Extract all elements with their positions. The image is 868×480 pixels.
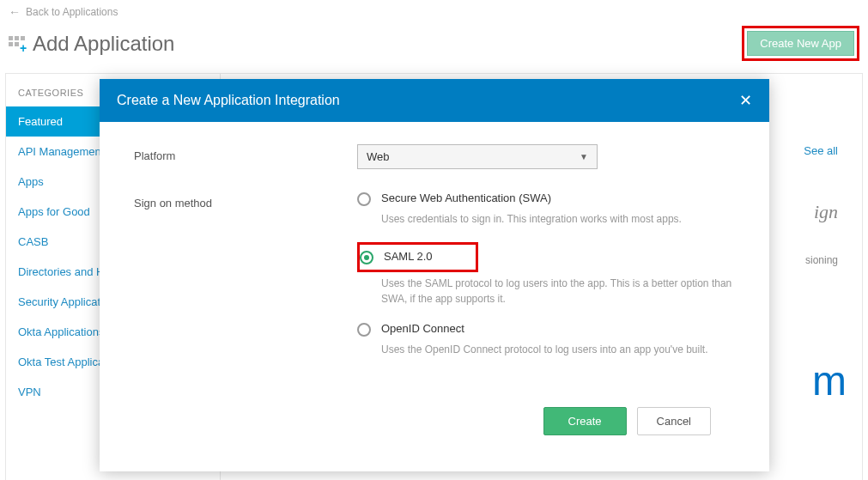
page-header: + Add Application Create New App bbox=[0, 19, 868, 73]
radio-block-swa: Secure Web Authentication (SWA) Uses cre… bbox=[357, 191, 735, 227]
modal-header: Create a New Application Integration ✕ bbox=[100, 79, 769, 122]
back-link-label: Back to Applications bbox=[26, 6, 118, 18]
obscured-feature-text: sioning bbox=[805, 254, 838, 266]
platform-select[interactable]: Web ▼ bbox=[357, 144, 598, 169]
platform-label: Platform bbox=[134, 144, 357, 169]
radio-icon bbox=[357, 192, 371, 206]
title-wrap: + Add Application bbox=[9, 32, 174, 56]
create-app-integration-modal: Create a New Application Integration ✕ P… bbox=[100, 79, 769, 471]
platform-value: Web bbox=[367, 150, 390, 163]
radio-desc-oidc: Uses the OpenID Connect protocol to log … bbox=[381, 342, 733, 357]
radio-desc-swa: Uses credentials to sign in. This integr… bbox=[381, 211, 733, 227]
obscured-app-logo: m bbox=[812, 357, 845, 404]
radio-icon-selected bbox=[360, 251, 373, 264]
page-title: Add Application bbox=[33, 32, 174, 56]
modal-title: Create a New Application Integration bbox=[117, 93, 340, 108]
radio-block-oidc: OpenID Connect Uses the OpenID Connect p… bbox=[357, 322, 735, 357]
close-icon[interactable]: ✕ bbox=[739, 91, 752, 110]
radio-block-saml: SAML 2.0 Uses the SAML protocol to log u… bbox=[357, 242, 735, 307]
apps-grid-plus-icon: + bbox=[9, 36, 26, 52]
platform-row: Platform Web ▼ bbox=[134, 144, 735, 169]
radio-label-swa: Secure Web Authentication (SWA) bbox=[381, 191, 551, 204]
radio-option-swa[interactable]: Secure Web Authentication (SWA) bbox=[357, 191, 735, 206]
see-all-link[interactable]: See all bbox=[804, 144, 838, 157]
radio-option-oidc[interactable]: OpenID Connect bbox=[357, 322, 735, 337]
signon-label: Sign on method bbox=[134, 191, 357, 373]
chevron-down-icon: ▼ bbox=[580, 152, 588, 161]
cancel-button[interactable]: Cancel bbox=[637, 407, 711, 435]
create-new-app-button[interactable]: Create New App bbox=[747, 31, 854, 56]
modal-footer: Create Cancel bbox=[134, 407, 735, 454]
radio-label-saml[interactable]: SAML 2.0 bbox=[384, 250, 433, 263]
create-new-app-highlight: Create New App bbox=[742, 26, 859, 61]
modal-body: Platform Web ▼ Sign on method Secure Web… bbox=[100, 122, 769, 471]
radio-icon bbox=[357, 323, 371, 337]
radio-desc-saml: Uses the SAML protocol to log users into… bbox=[381, 276, 733, 307]
back-to-applications-link[interactable]: ← Back to Applications bbox=[0, 0, 868, 19]
create-button[interactable]: Create bbox=[543, 407, 627, 435]
signon-row: Sign on method Secure Web Authentication… bbox=[134, 191, 735, 373]
obscured-app-text: ign bbox=[814, 201, 838, 223]
arrow-left-icon: ← bbox=[9, 5, 21, 19]
radio-label-oidc: OpenID Connect bbox=[381, 322, 464, 335]
saml-highlight: SAML 2.0 bbox=[357, 242, 478, 272]
